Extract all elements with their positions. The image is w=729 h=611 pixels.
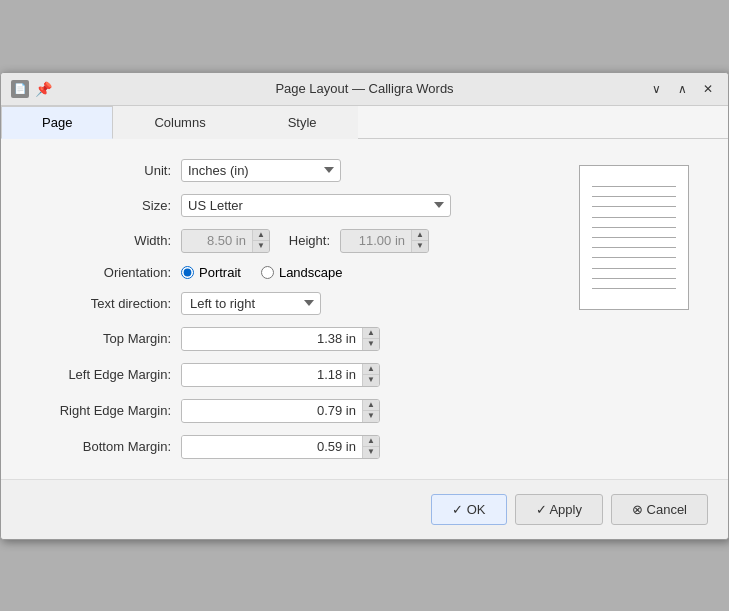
bottom-margin-input[interactable]	[182, 436, 362, 457]
top-margin-up-button[interactable]: ▲	[363, 328, 379, 339]
right-edge-margin-row: Right Edge Margin: ▲ ▼	[31, 399, 698, 423]
apply-button[interactable]: ✓ Apply	[515, 494, 603, 525]
orientation-label: Orientation:	[31, 265, 171, 280]
left-edge-margin-arrows: ▲ ▼	[362, 364, 379, 386]
top-margin-input[interactable]	[182, 328, 362, 349]
portrait-radio[interactable]	[181, 266, 194, 279]
right-edge-margin-down-button[interactable]: ▼	[363, 411, 379, 422]
width-arrows: ▲ ▼	[252, 230, 269, 252]
unit-label: Unit:	[31, 163, 171, 178]
preview-line	[592, 278, 676, 279]
width-label: Width:	[31, 233, 171, 248]
preview-line	[592, 247, 676, 248]
landscape-radio[interactable]	[261, 266, 274, 279]
bottom-margin-spinbox: ▲ ▼	[181, 435, 380, 459]
top-margin-down-button[interactable]: ▼	[363, 339, 379, 350]
window-controls: ∨ ∧ ✕	[646, 79, 718, 99]
maximize-button[interactable]: ∧	[672, 79, 692, 99]
left-edge-margin-row: Left Edge Margin: ▲ ▼	[31, 363, 698, 387]
tab-page[interactable]: Page	[1, 106, 113, 139]
dialog-window: 📄 📌 Page Layout — Calligra Words ∨ ∧ ✕ P…	[0, 72, 729, 540]
page-content: Unit: Inches (in) Centimeters (cm) Milli…	[1, 139, 728, 479]
top-margin-row: Top Margin: ▲ ▼	[31, 327, 698, 351]
orientation-group: Portrait Landscape	[181, 265, 343, 280]
height-value: 11.00 in	[341, 230, 411, 251]
width-value: 8.50 in	[182, 230, 252, 251]
left-edge-margin-input[interactable]	[182, 364, 362, 385]
preview-line	[592, 186, 676, 187]
left-edge-margin-spinbox: ▲ ▼	[181, 363, 380, 387]
left-edge-margin-up-button[interactable]: ▲	[363, 364, 379, 375]
right-edge-margin-input[interactable]	[182, 400, 362, 421]
width-spinbox: 8.50 in ▲ ▼	[181, 229, 270, 253]
left-edge-margin-down-button[interactable]: ▼	[363, 375, 379, 386]
preview-line	[592, 217, 676, 218]
portrait-option[interactable]: Portrait	[181, 265, 241, 280]
app-icon: 📄	[11, 80, 29, 98]
form-section: Unit: Inches (in) Centimeters (cm) Milli…	[31, 159, 698, 459]
dialog-footer: ✓ OK ✓ Apply ⊗ Cancel	[1, 479, 728, 539]
right-edge-margin-label: Right Edge Margin:	[31, 403, 171, 418]
bottom-margin-down-button[interactable]: ▼	[363, 447, 379, 458]
ok-button[interactable]: ✓ OK	[431, 494, 506, 525]
preview-line	[592, 206, 676, 207]
bottom-margin-arrows: ▲ ▼	[362, 436, 379, 458]
portrait-label: Portrait	[199, 265, 241, 280]
width-height-row: Width: 8.50 in ▲ ▼ Height: 11.00 in ▲ ▼	[31, 229, 698, 253]
titlebar: 📄 📌 Page Layout — Calligra Words ∨ ∧ ✕	[1, 73, 728, 106]
preview-lines	[592, 186, 676, 289]
bottom-margin-row: Bottom Margin: ▲ ▼	[31, 435, 698, 459]
preview-line	[592, 257, 676, 258]
pin-icon[interactable]: 📌	[35, 81, 52, 97]
minimize-button[interactable]: ∨	[646, 79, 666, 99]
tab-bar: Page Columns Style	[1, 106, 728, 139]
preview-line	[592, 196, 676, 197]
right-edge-margin-spinbox: ▲ ▼	[181, 399, 380, 423]
text-direction-select[interactable]: Left to right Right to left	[181, 292, 321, 315]
height-arrows: ▲ ▼	[411, 230, 428, 252]
right-edge-margin-up-button[interactable]: ▲	[363, 400, 379, 411]
top-margin-label: Top Margin:	[31, 331, 171, 346]
top-margin-arrows: ▲ ▼	[362, 328, 379, 350]
text-direction-label: Text direction:	[31, 296, 171, 311]
left-edge-margin-label: Left Edge Margin:	[31, 367, 171, 382]
size-select[interactable]: US Letter A4 A3 Legal	[181, 194, 451, 217]
landscape-label: Landscape	[279, 265, 343, 280]
page-preview	[579, 165, 689, 310]
preview-line	[592, 237, 676, 238]
top-margin-spinbox: ▲ ▼	[181, 327, 380, 351]
titlebar-left: 📄 📌	[11, 80, 52, 98]
preview-line	[592, 268, 676, 269]
width-down-button[interactable]: ▼	[253, 241, 269, 252]
size-label: Size:	[31, 198, 171, 213]
preview-line	[592, 227, 676, 228]
height-down-button[interactable]: ▼	[412, 241, 428, 252]
window-title: Page Layout — Calligra Words	[275, 81, 453, 96]
bottom-margin-up-button[interactable]: ▲	[363, 436, 379, 447]
tab-style[interactable]: Style	[247, 106, 358, 139]
height-label: Height:	[280, 233, 330, 248]
cancel-button[interactable]: ⊗ Cancel	[611, 494, 708, 525]
unit-select[interactable]: Inches (in) Centimeters (cm) Millimeters…	[181, 159, 341, 182]
landscape-option[interactable]: Landscape	[261, 265, 343, 280]
bottom-margin-label: Bottom Margin:	[31, 439, 171, 454]
height-up-button[interactable]: ▲	[412, 230, 428, 241]
width-up-button[interactable]: ▲	[253, 230, 269, 241]
preview-line	[592, 288, 676, 289]
close-button[interactable]: ✕	[698, 79, 718, 99]
tab-columns[interactable]: Columns	[113, 106, 246, 139]
height-spinbox: 11.00 in ▲ ▼	[340, 229, 429, 253]
right-edge-margin-arrows: ▲ ▼	[362, 400, 379, 422]
